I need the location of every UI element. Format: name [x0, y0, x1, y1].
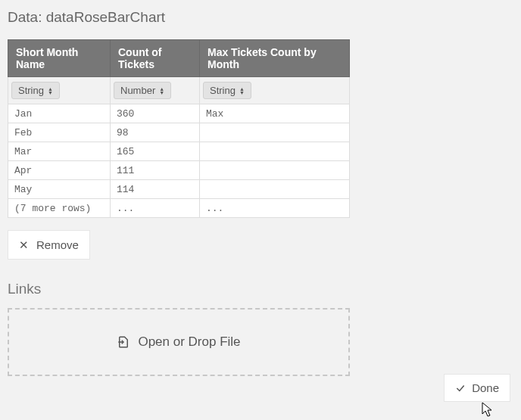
close-icon: ✕ — [19, 239, 29, 250]
type-label: String — [210, 85, 236, 96]
col-header-2[interactable]: Max Tickets Count by Month — [200, 40, 350, 77]
table-more-row: (7 more rows) ... ... — [8, 199, 350, 218]
table-row: Feb98 — [8, 123, 350, 142]
done-button[interactable]: Done — [444, 374, 510, 402]
open-or-drop-file[interactable]: Open or Drop File — [8, 308, 350, 376]
type-select-0[interactable]: String ▲▼ — [11, 82, 60, 99]
remove-button[interactable]: ✕ Remove — [8, 230, 90, 260]
sort-icon: ▲▼ — [239, 87, 245, 95]
col-header-1[interactable]: Count of Tickets — [111, 40, 200, 77]
links-title: Links — [8, 281, 513, 297]
table-row: Apr111 — [8, 161, 350, 180]
cursor-icon — [482, 402, 494, 418]
done-label: Done — [472, 381, 499, 394]
table-row: May114 — [8, 180, 350, 199]
type-select-1[interactable]: Number ▲▼ — [114, 82, 171, 99]
table-type-row: String ▲▼ Number ▲▼ String ▲▼ — [8, 77, 350, 104]
drop-label: Open or Drop File — [138, 334, 240, 350]
data-table: Short Month Name Count of Tickets Max Ti… — [8, 39, 350, 218]
table-row: Jan360Max — [8, 104, 350, 123]
sort-icon: ▲▼ — [159, 87, 164, 95]
col-header-0[interactable]: Short Month Name — [8, 40, 111, 77]
type-label: Number — [120, 85, 155, 96]
remove-label: Remove — [36, 238, 79, 251]
sort-icon: ▲▼ — [48, 87, 53, 95]
type-select-2[interactable]: String ▲▼ — [203, 82, 251, 99]
section-title: Data: dataRoseBarChart — [8, 9, 513, 26]
open-file-icon — [117, 335, 130, 349]
type-label: String — [18, 85, 44, 96]
table-body: Jan360Max Feb98 Mar165 Apr111 May114 (7 … — [8, 104, 350, 218]
table-row: Mar165 — [8, 142, 350, 161]
check-icon — [455, 383, 466, 394]
table-header-row: Short Month Name Count of Tickets Max Ti… — [8, 40, 350, 77]
